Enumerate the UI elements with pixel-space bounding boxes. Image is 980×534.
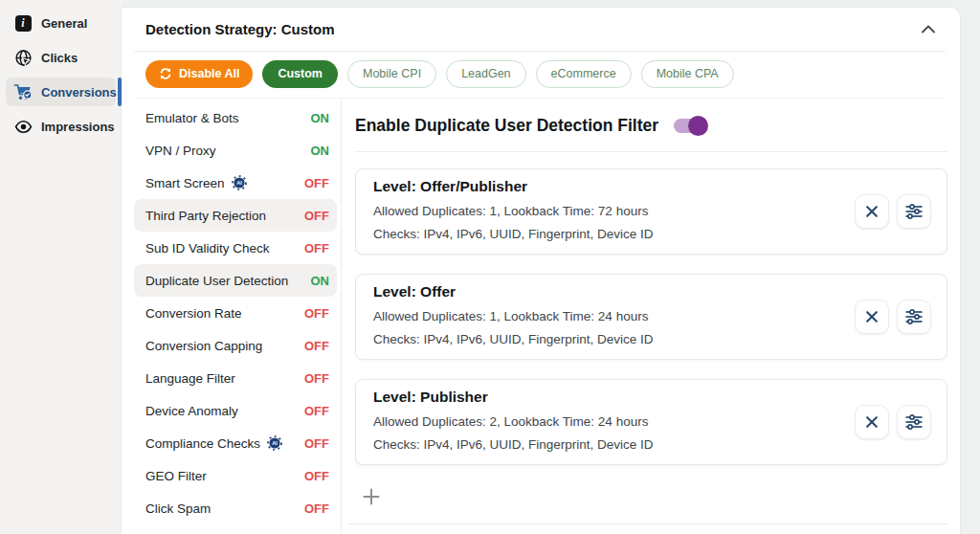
status-badge: OFF — [304, 501, 329, 516]
level-card-offer: Level: Offer Allowed Duplicates: 1, Look… — [355, 274, 947, 360]
sidebar-item-conversions[interactable]: Conversions — [6, 78, 116, 106]
filter-row-sub-id-validity[interactable]: Sub ID Validity Check OFF — [134, 232, 337, 264]
level-title: Level: Publisher — [373, 389, 855, 406]
sidebar-item-label: Impressions — [41, 120, 115, 134]
chevron-up-icon[interactable] — [918, 21, 939, 37]
info-icon: i — [13, 13, 33, 33]
duplicate-user-detection-toggle[interactable] — [674, 119, 706, 133]
sidebar-item-clicks[interactable]: Clicks — [6, 43, 116, 72]
status-badge: OFF — [304, 306, 329, 321]
plus-icon — [362, 487, 381, 506]
status-badge: OFF — [304, 209, 329, 223]
level-card-publisher: Level: Publisher Allowed Duplicates: 2, … — [355, 379, 947, 465]
status-badge: OFF — [304, 176, 329, 190]
level-settings: Allowed Duplicates: 1, Lookback Time: 24… — [373, 305, 855, 328]
preset-leadgen[interactable]: LeadGen — [446, 60, 525, 88]
content: Emulator & Bots ON VPN / Proxy ON Smart … — [122, 99, 960, 534]
remove-level-button[interactable] — [855, 300, 889, 334]
detail-title: Enable Duplicate User Detection Filter — [355, 116, 658, 136]
divider — [355, 151, 947, 152]
filter-row-language-filter[interactable]: Language Filter OFF — [134, 362, 337, 394]
remove-level-button[interactable] — [855, 194, 889, 229]
configure-level-button[interactable] — [897, 300, 931, 334]
close-icon — [864, 204, 880, 219]
status-badge: OFF — [304, 436, 329, 451]
refresh-icon — [159, 67, 172, 80]
level-checks: Checks: IPv4, IPv6, UUID, Fingerprint, D… — [373, 223, 855, 246]
remove-level-button[interactable] — [855, 405, 889, 439]
filter-row-emulator-bots[interactable]: Emulator & Bots ON — [134, 101, 337, 134]
filter-row-geo-filter[interactable]: GEO Filter OFF — [134, 459, 337, 492]
sliders-icon — [904, 203, 924, 220]
status-badge: OFF — [304, 339, 329, 353]
filter-row-third-party-rejection[interactable]: Third Party Rejection OFF — [134, 199, 337, 232]
globe-click-icon — [13, 48, 33, 67]
filter-row-conversion-capping[interactable]: Conversion Capping OFF — [134, 329, 337, 362]
configure-level-button[interactable] — [897, 405, 931, 439]
sliders-icon — [904, 308, 924, 325]
detection-strategy-panel: Detection Strategy: Custom Disable All C… — [122, 8, 960, 534]
sliders-icon — [904, 413, 924, 431]
sidebar-item-label: Conversions — [41, 85, 117, 100]
ai-chip-icon: AI — [267, 435, 282, 451]
level-checks: Checks: IPv4, IPv6, UUID, Fingerprint, D… — [373, 328, 855, 351]
filter-row-duplicate-user-detection[interactable]: Duplicate User Detection ON — [134, 264, 337, 297]
status-badge: OFF — [304, 404, 329, 418]
level-title: Level: Offer — [373, 283, 855, 300]
status-badge: ON — [311, 144, 330, 158]
add-level-button[interactable] — [362, 487, 381, 506]
filter-row-smart-screen[interactable]: Smart Screen AI OFF — [134, 167, 337, 199]
divider — [347, 523, 947, 524]
sidebar-item-general[interactable]: i General — [6, 9, 116, 37]
preset-mobile-cpa[interactable]: Mobile CPA — [641, 60, 734, 88]
status-badge: ON — [311, 111, 330, 125]
status-badge: OFF — [304, 241, 329, 256]
status-badge: OFF — [304, 469, 329, 483]
filter-row-conversion-rate[interactable]: Conversion Rate OFF — [134, 297, 337, 329]
preset-ecommerce[interactable]: eCommerce — [536, 60, 632, 88]
close-icon — [864, 309, 880, 324]
status-badge: ON — [311, 274, 330, 288]
filter-row-device-anomaly[interactable]: Device Anomaly OFF — [134, 394, 337, 427]
sidebar: i General Clicks Conversions — [0, 0, 122, 534]
preset-mobile-cpi[interactable]: Mobile CPI — [347, 60, 436, 88]
level-card-offer-publisher: Level: Offer/Publisher Allowed Duplicate… — [355, 168, 947, 255]
duplicate-user-detection-detail: Enable Duplicate User Detection Filter L… — [342, 99, 960, 534]
svg-text:AI: AI — [236, 180, 242, 186]
sidebar-item-impressions[interactable]: Impressions — [6, 112, 116, 141]
level-checks: Checks: IPv4, IPv6, UUID, Fingerprint, D… — [373, 434, 855, 456]
close-icon — [864, 414, 880, 430]
level-settings: Allowed Duplicates: 2, Lookback Time: 24… — [373, 411, 855, 434]
strategy-buttons-row: Disable All Custom Mobile CPI LeadGen eC… — [122, 52, 960, 98]
preset-custom[interactable]: Custom — [262, 60, 338, 88]
panel-header: Detection Strategy: Custom — [122, 8, 960, 51]
ai-chip-icon: AI — [232, 175, 247, 190]
filter-row-session-time[interactable]: Session Time OFF — [134, 524, 337, 534]
sidebar-item-label: Clicks — [41, 51, 78, 65]
status-badge: OFF — [304, 371, 329, 386]
eye-icon — [13, 117, 33, 136]
filter-row-compliance-checks[interactable]: Compliance Checks AI OFF — [134, 427, 337, 459]
sidebar-item-label: General — [41, 16, 87, 31]
configure-level-button[interactable] — [897, 194, 931, 229]
svg-text:AI: AI — [272, 440, 278, 446]
filter-row-click-spam[interactable]: Click Spam OFF — [134, 492, 337, 524]
level-title: Level: Offer/Publisher — [373, 178, 855, 195]
level-settings: Allowed Duplicates: 1, Lookback Time: 72… — [373, 200, 855, 223]
disable-all-button[interactable]: Disable All — [145, 60, 253, 88]
cart-check-icon — [13, 82, 33, 101]
panel-title: Detection Strategy: Custom — [145, 21, 335, 37]
filter-list: Emulator & Bots ON VPN / Proxy ON Smart … — [134, 99, 337, 534]
filter-row-vpn-proxy[interactable]: VPN / Proxy ON — [134, 134, 337, 167]
